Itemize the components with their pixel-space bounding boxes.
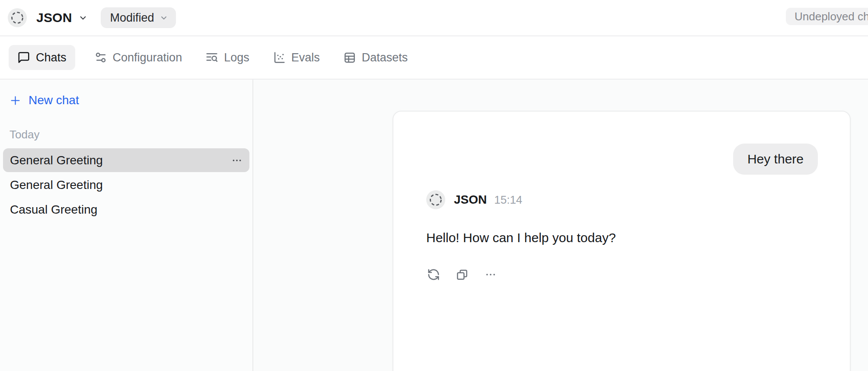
message-timestamp: 15:14 <box>494 193 522 207</box>
chevron-down-icon <box>159 13 169 23</box>
tab-logs[interactable]: Logs <box>201 45 254 70</box>
message-actions <box>426 267 818 282</box>
chat-list-item[interactable]: General Greeting <box>3 148 249 172</box>
assistant-message-text: Hello! How can I help you today? <box>426 229 818 246</box>
content-area: New chat Today General Greeting General … <box>0 80 868 371</box>
chat-list: General Greeting General Greeting Casual… <box>0 148 252 221</box>
ellipsis-icon[interactable] <box>231 155 243 166</box>
app-window: JSON Modified Undeployed cha Chats <box>0 0 868 371</box>
chevron-down-icon <box>77 12 89 23</box>
scatter-chart-icon <box>273 51 286 64</box>
chat-card: Hey there JSON 15:14 Hello! How can I he… <box>393 111 851 371</box>
tab-bar: Chats Configuration Logs <box>0 36 868 80</box>
copy-icon <box>456 268 469 281</box>
chat-item-title: Casual Greeting <box>10 203 97 217</box>
version-status-label: Modified <box>110 11 154 25</box>
chat-item-title: General Greeting <box>10 154 103 167</box>
table-icon <box>343 51 356 64</box>
new-chat-label: New chat <box>29 93 79 107</box>
tab-label: Logs <box>224 51 249 64</box>
assistant-message-block: JSON 15:14 Hello! How can I help you tod… <box>426 190 818 282</box>
assistant-message-header: JSON 15:14 <box>426 190 818 209</box>
tab-configuration[interactable]: Configuration <box>90 45 187 70</box>
version-status-dropdown[interactable]: Modified <box>101 7 176 28</box>
refresh-icon <box>427 268 440 281</box>
agent-name: JSON <box>36 10 72 25</box>
more-actions-button[interactable] <box>483 267 498 282</box>
message-square-icon <box>17 51 30 64</box>
chat-sidebar: New chat Today General Greeting General … <box>0 80 253 371</box>
dashed-circle-icon <box>8 8 27 27</box>
undeployed-badge: Undeployed cha <box>786 8 868 25</box>
assistant-name: JSON <box>454 193 487 207</box>
chat-group-label: Today <box>0 128 252 141</box>
tab-datasets[interactable]: Datasets <box>339 45 412 70</box>
agent-selector[interactable]: JSON <box>8 8 89 27</box>
copy-button[interactable] <box>455 267 469 282</box>
tab-label: Configuration <box>113 51 182 64</box>
list-search-icon <box>205 51 218 64</box>
plus-icon <box>10 95 21 106</box>
sliders-icon <box>94 51 107 64</box>
regenerate-button[interactable] <box>426 267 441 282</box>
tab-chats[interactable]: Chats <box>9 45 75 70</box>
app-header: JSON Modified Undeployed cha <box>0 0 868 36</box>
chat-item-title: General Greeting <box>10 178 103 192</box>
tab-label: Datasets <box>362 51 408 64</box>
assistant-avatar <box>426 190 445 209</box>
user-message-bubble: Hey there <box>733 144 818 175</box>
tab-label: Evals <box>291 51 320 64</box>
agent-avatar <box>8 8 27 27</box>
chat-list-item[interactable]: General Greeting <box>3 173 249 197</box>
dashed-circle-icon <box>426 190 445 209</box>
undeployed-badge-label: Undeployed cha <box>795 10 868 23</box>
chat-list-item[interactable]: Casual Greeting <box>3 198 249 221</box>
ellipsis-icon <box>485 269 497 281</box>
tab-evals[interactable]: Evals <box>268 45 324 70</box>
user-message-text: Hey there <box>747 152 804 166</box>
chat-panel: Hey there JSON 15:14 Hello! How can I he… <box>253 80 868 371</box>
new-chat-button[interactable]: New chat <box>0 90 83 111</box>
tab-label: Chats <box>36 51 67 64</box>
